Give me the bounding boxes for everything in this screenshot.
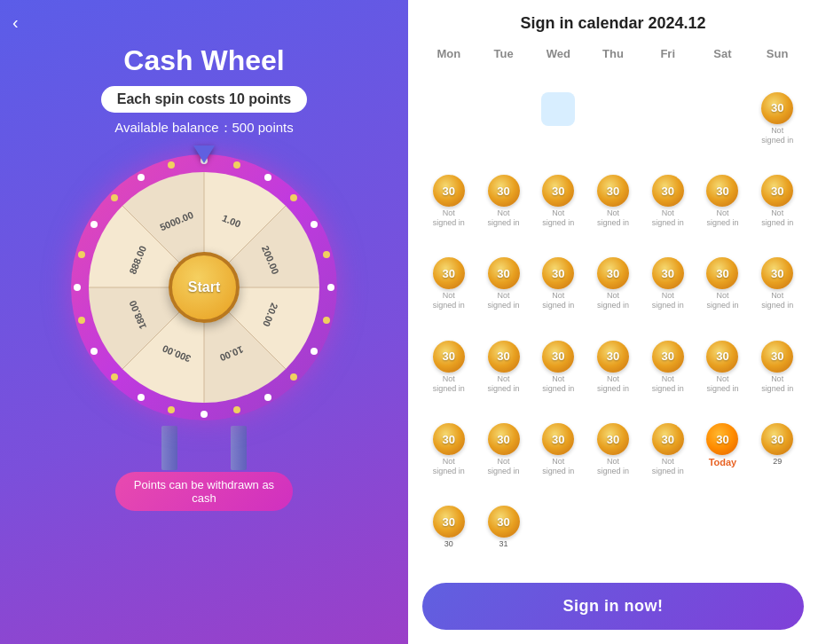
cal-cell: 30Not signed in (531, 255, 585, 334)
coin[interactable]: 30 (652, 175, 684, 207)
coin[interactable]: 30 (488, 341, 520, 373)
wheel-dot (311, 221, 318, 228)
cal-cell: 3029 (751, 421, 804, 500)
cal-label: Not signed in (597, 208, 629, 228)
cal-cell: 30Not signed in (586, 255, 640, 334)
cal-label: Not signed in (761, 291, 793, 310)
coin[interactable]: 30 (542, 341, 574, 373)
wheel-pointer (193, 145, 215, 163)
coin[interactable]: 30 (597, 257, 629, 289)
cal-cell (477, 90, 531, 169)
wheel-dot (323, 317, 330, 324)
wheel-container: 5000.00 1.00 200.00 20.00 10.00 300.00 1… (71, 154, 337, 420)
coin[interactable]: 30 (542, 423, 574, 455)
coin[interactable]: 30 (706, 257, 738, 289)
coin[interactable]: 30 (761, 341, 793, 373)
cash-wheel-title: Cash Wheel (123, 44, 284, 77)
coin[interactable]: 30 (433, 257, 465, 289)
start-button[interactable]: Start (169, 252, 240, 323)
coin[interactable]: 30 (488, 506, 520, 538)
cal-cell: 30Not signed in (696, 255, 750, 334)
sign-in-button[interactable]: Sign in now! (422, 583, 804, 630)
coin[interactable]: 30 (706, 341, 738, 373)
coin[interactable]: 30 (433, 423, 465, 455)
cal-label: Not signed in (652, 291, 684, 310)
calendar-grid: MonTueWedThuFriSatSun30Not signed in30No… (422, 43, 804, 574)
cal-label: Not signed in (433, 374, 465, 394)
wheel-dot (327, 284, 334, 291)
coin[interactable]: 30 (488, 257, 520, 289)
coin[interactable]: 30 (488, 175, 520, 207)
coin[interactable]: 30 (542, 175, 574, 207)
coin[interactable]: 30 (433, 506, 465, 538)
wheel-dot (111, 373, 118, 381)
coin[interactable]: 30 (597, 423, 629, 455)
wheel-stand: Points can be withdrawn as cash (89, 429, 319, 511)
coin[interactable]: 30 (761, 175, 793, 207)
coin-today[interactable]: 30 (706, 423, 738, 455)
cal-header: Sun (751, 43, 804, 87)
wheel-dot (168, 406, 175, 413)
wheel-dot (74, 284, 81, 291)
cal-cell: 30Today (696, 421, 750, 500)
available-balance: Available balance：500 points (114, 120, 294, 137)
back-arrow[interactable]: ‹ (12, 12, 19, 33)
left-panel: ‹ Cash Wheel Each spin costs 10 points A… (0, 0, 408, 644)
wheel-dot (233, 161, 240, 169)
cal-label: 29 (773, 457, 782, 467)
coin[interactable]: 30 (542, 257, 574, 289)
cal-cell: 30Not signed in (641, 255, 695, 334)
cal-cell: 30Not signed in (477, 339, 531, 418)
cal-header: Tue (477, 43, 531, 87)
stand-leg-right (231, 426, 247, 470)
cal-header: Sat (696, 43, 750, 87)
cal-label: Not signed in (542, 208, 574, 228)
coin[interactable]: 30 (597, 175, 629, 207)
cal-label: Not signed in (542, 374, 574, 394)
cal-cell (641, 90, 695, 169)
wheel-dot (311, 348, 318, 355)
wheel-dot (201, 411, 208, 418)
coin[interactable]: 30 (433, 341, 465, 373)
cal-cell (586, 90, 640, 169)
coin[interactable]: 30 (488, 423, 520, 455)
cal-label: Not signed in (706, 374, 738, 394)
coin[interactable]: 30 (652, 423, 684, 455)
cal-label: Not signed in (652, 374, 684, 394)
cal-label: Not signed in (488, 374, 520, 394)
wheel-dot (138, 394, 145, 401)
cal-label: Not signed in (761, 126, 793, 145)
coin[interactable]: 30 (761, 257, 793, 289)
cal-cell (422, 90, 476, 169)
cal-header: Fri (641, 43, 695, 87)
coin[interactable]: 30 (597, 341, 629, 373)
cal-cell: 3030 (422, 504, 476, 574)
coin[interactable]: 30 (706, 175, 738, 207)
cal-label: Not signed in (597, 374, 629, 394)
cal-header: Thu (586, 43, 640, 87)
calendar-title: Sign in calendar 2024.12 (422, 14, 804, 33)
cal-label: Not signed in (597, 457, 629, 476)
cal-cell: 30Not signed in (696, 339, 750, 418)
coin[interactable]: 30 (652, 257, 684, 289)
wheel-dot (78, 251, 85, 258)
cal-cell: 30Not signed in (751, 255, 804, 334)
coin[interactable]: 30 (761, 423, 793, 455)
cal-cell: 30Not signed in (751, 90, 804, 169)
cal-label: Not signed in (706, 208, 738, 228)
cal-cell: 30Not signed in (586, 421, 640, 500)
coin[interactable]: 30 (652, 341, 684, 373)
cal-cell: 30Not signed in (422, 421, 476, 500)
cal-label: Not signed in (542, 457, 574, 476)
cal-cell: 3031 (477, 504, 531, 574)
cal-cell: 30Not signed in (641, 421, 695, 500)
cal-cell: 30Not signed in (477, 255, 531, 334)
cal-cell (531, 90, 585, 169)
cal-label: Not signed in (761, 374, 793, 394)
cal-label: Not signed in (652, 457, 684, 476)
cal-label: Not signed in (433, 208, 465, 228)
coin[interactable]: 30 (433, 175, 465, 207)
coin[interactable]: 30 (761, 92, 793, 124)
wheel-dot (290, 373, 297, 381)
stand-legs (161, 426, 247, 470)
